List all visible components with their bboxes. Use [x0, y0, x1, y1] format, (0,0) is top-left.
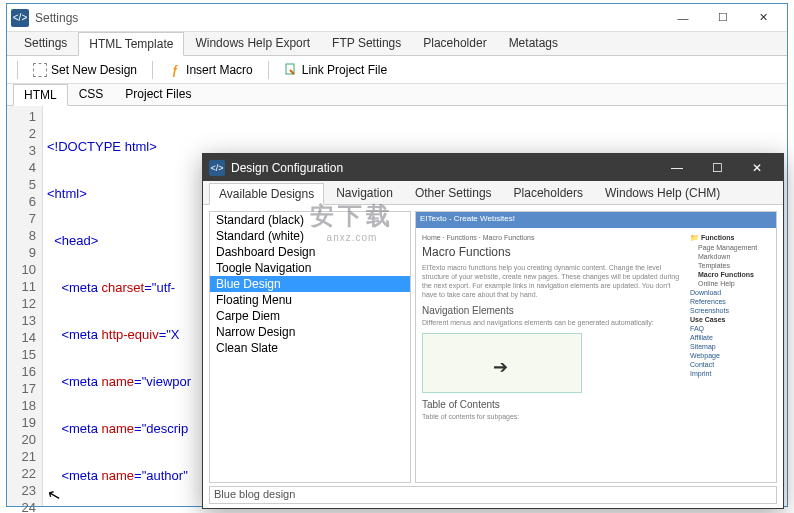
code-area[interactable]: <!DOCTYPE html> <html> <head> <meta char…	[43, 106, 195, 506]
design-item-clean-slate[interactable]: Clean Slate	[210, 340, 410, 356]
insert-macro-button[interactable]: ƒ Insert Macro	[161, 60, 260, 80]
tab-placeholder[interactable]: Placeholder	[412, 31, 497, 55]
dialog-minimize-button[interactable]: —	[657, 154, 697, 181]
maximize-button[interactable]: ☐	[703, 6, 743, 30]
minimize-button[interactable]: —	[663, 6, 703, 30]
design-preview: EITexto - Create Websites! Home · Functi…	[415, 211, 777, 483]
new-design-icon	[33, 63, 47, 77]
dlg-tab-available-designs[interactable]: Available Designs	[209, 183, 324, 205]
design-item-floating-menu[interactable]: Floating Menu	[210, 292, 410, 308]
dialog-footer-label: Blue blog design	[209, 486, 777, 504]
preview-breadcrumb: Home · Functions · Macro Functions	[422, 234, 682, 241]
line-gutter: 123456789101112131415161718192021222324	[7, 106, 43, 506]
set-new-design-button[interactable]: Set New Design	[26, 60, 144, 80]
preview-diagram: ➔	[422, 333, 582, 393]
preview-sidebar: 📁 Functions Page Management Markdown Tem…	[690, 234, 770, 428]
dlg-tab-placeholders[interactable]: Placeholders	[504, 182, 593, 204]
toolbar: Set New Design ƒ Insert Macro Link Proje…	[7, 56, 787, 84]
dialog-maximize-button[interactable]: ☐	[697, 154, 737, 181]
dialog-tabs: Available Designs Navigation Other Setti…	[203, 181, 783, 205]
design-item-dashboard[interactable]: Dashboard Design	[210, 244, 410, 260]
preview-paragraph-1: EITexto macro functions help you creatin…	[422, 263, 682, 299]
dlg-tab-windows-help-chm[interactable]: Windows Help (CHM)	[595, 182, 730, 204]
tab-html-template[interactable]: HTML Template	[78, 32, 184, 56]
preview-heading-2: Navigation Elements	[422, 305, 682, 316]
main-tabs: Settings HTML Template Windows Help Expo…	[7, 32, 787, 56]
link-file-icon	[284, 63, 298, 77]
tab-settings[interactable]: Settings	[13, 31, 78, 55]
subtab-project-files[interactable]: Project Files	[114, 83, 202, 105]
subtab-css[interactable]: CSS	[68, 83, 115, 105]
tab-metatags[interactable]: Metatags	[498, 31, 569, 55]
dialog-close-button[interactable]: ✕	[737, 154, 777, 181]
window-title: Settings	[35, 11, 663, 25]
app-icon: </>	[11, 9, 29, 27]
design-item-blue-design[interactable]: Blue Design	[210, 276, 410, 292]
dlg-tab-other-settings[interactable]: Other Settings	[405, 182, 502, 204]
subtab-html[interactable]: HTML	[13, 84, 68, 106]
link-project-file-label: Link Project File	[302, 63, 387, 77]
insert-macro-label: Insert Macro	[186, 63, 253, 77]
close-button[interactable]: ✕	[743, 6, 783, 30]
design-item-carpe-diem[interactable]: Carpe Diem	[210, 308, 410, 324]
design-item-narrow-design[interactable]: Narrow Design	[210, 324, 410, 340]
tab-ftp-settings[interactable]: FTP Settings	[321, 31, 412, 55]
preview-paragraph-2: Different menus and navigations elements…	[422, 318, 682, 327]
arrow-icon: ➔	[493, 356, 508, 378]
dlg-tab-navigation[interactable]: Navigation	[326, 182, 403, 204]
dialog-titlebar: </> Design Configuration — ☐ ✕	[203, 154, 783, 181]
dialog-app-icon: </>	[209, 160, 225, 176]
design-configuration-dialog: </> Design Configuration — ☐ ✕ Available…	[202, 153, 784, 509]
preview-header: EITexto - Create Websites!	[416, 212, 776, 228]
design-item-standard-white[interactable]: Standard (white)	[210, 228, 410, 244]
sub-tabs: HTML CSS Project Files	[7, 84, 787, 106]
design-item-toggle-navigation[interactable]: Toogle Navigation	[210, 260, 410, 276]
dialog-title: Design Configuration	[231, 161, 657, 175]
macro-icon: ƒ	[168, 63, 182, 77]
set-new-design-label: Set New Design	[51, 63, 137, 77]
preview-paragraph-3: Table of contents for subpages:	[422, 412, 682, 421]
design-item-standard-black[interactable]: Standard (black)	[210, 212, 410, 228]
main-titlebar: </> Settings — ☐ ✕	[7, 4, 787, 32]
link-project-file-button[interactable]: Link Project File	[277, 60, 394, 80]
preview-heading-1: Macro Functions	[422, 245, 682, 259]
available-designs-list[interactable]: Standard (black) Standard (white) Dashbo…	[209, 211, 411, 483]
tab-windows-help-export[interactable]: Windows Help Export	[184, 31, 321, 55]
preview-heading-3: Table of Contents	[422, 399, 682, 410]
